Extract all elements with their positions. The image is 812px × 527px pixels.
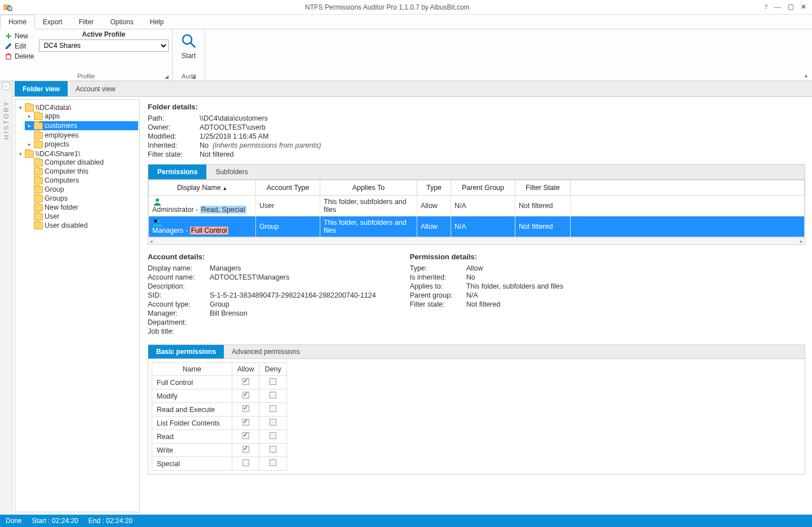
checkbox-deny[interactable]	[270, 405, 276, 412]
collapse-ribbon-icon[interactable]: ▴	[805, 72, 807, 78]
menu-filter[interactable]: Filter	[71, 15, 103, 29]
menubar: Home Export Filter Options Help	[0, 15, 812, 29]
col-parent-group[interactable]: Parent Group	[451, 180, 515, 196]
active-profile-select[interactable]: DC4 Shares	[39, 39, 169, 52]
tree-node[interactable]: ▾\\DC4\data\	[17, 104, 138, 112]
tab-basic-permissions[interactable]: Basic permissions	[148, 345, 224, 358]
start-label: Start	[182, 52, 196, 60]
menu-help[interactable]: Help	[142, 15, 173, 29]
ribbon-group-profile: New Edit Delete Active Profile DC4 Share…	[0, 29, 173, 81]
value-modified: 1/25/2018 1:16:45 AM	[200, 132, 805, 140]
app-icon	[3, 3, 12, 12]
profile-group-caption: Profile◢	[3, 72, 169, 81]
tree-label: Group	[45, 185, 64, 193]
folder-icon	[34, 122, 43, 130]
status-end: End : 02:24:20	[89, 517, 133, 525]
ribbon-group-audit: Start Audit◢	[173, 29, 205, 81]
checkbox-deny[interactable]	[270, 378, 276, 385]
start-button[interactable]: Start	[180, 30, 197, 72]
folder-icon	[34, 222, 43, 229]
titlebar: NTFS Permissions Auditor Pro 1.1.0.7 by …	[0, 0, 812, 15]
tab-account-view[interactable]: Account view	[68, 81, 123, 96]
tree-node[interactable]: Computers	[27, 176, 138, 184]
new-button[interactable]: New	[3, 32, 36, 41]
tab-subfolders[interactable]: Subfolders	[206, 165, 257, 179]
tree-node[interactable]: Computer this	[27, 167, 138, 175]
tree-label: User	[45, 212, 59, 220]
new-label: New	[15, 32, 28, 40]
dialog-launcher-icon[interactable]: ◢	[165, 74, 169, 79]
tree-node[interactable]: New folder	[27, 203, 138, 211]
checkbox-allow[interactable]	[242, 392, 249, 398]
menu-home[interactable]: Home	[0, 15, 35, 29]
tab-permissions[interactable]: Permissions	[148, 165, 206, 179]
label-owner: Owner:	[148, 123, 200, 131]
tree-node[interactable]: ▸apps	[27, 112, 138, 120]
checkbox-allow[interactable]	[242, 459, 249, 466]
table-row: Write	[152, 444, 287, 457]
trash-icon	[5, 52, 12, 60]
folder-tree[interactable]: ▾\\DC4\data\ ▸apps ▸customers employees …	[15, 99, 140, 512]
tree-node[interactable]: Groups	[27, 194, 138, 202]
close-icon[interactable]: ✕	[801, 3, 806, 11]
h-scrollbar[interactable]: ◂▸	[148, 237, 805, 244]
tree-node[interactable]: Group	[27, 185, 138, 193]
checkbox-deny[interactable]	[270, 392, 276, 398]
menu-export[interactable]: Export	[35, 15, 71, 29]
help-icon[interactable]: ?	[765, 3, 767, 11]
scroll-right-icon[interactable]: ▸	[798, 238, 805, 245]
tree-node[interactable]: User	[27, 212, 138, 220]
tree-node[interactable]: ▸projects	[27, 140, 138, 148]
status-start: Start : 02:24:20	[32, 517, 78, 525]
table-row[interactable]: Managers - Full Control GroupThis folder…	[149, 216, 805, 237]
minimize-icon[interactable]: —	[774, 3, 781, 11]
pencil-icon	[5, 42, 12, 50]
checkbox-allow[interactable]	[242, 419, 249, 426]
tree-node[interactable]: Computer disabled	[27, 158, 138, 166]
tree-node[interactable]: employees	[27, 131, 138, 139]
basic-permissions-table: Name Allow Deny Full Control Modify Read…	[152, 362, 287, 471]
delete-button[interactable]: Delete	[3, 52, 36, 61]
checkbox-allow[interactable]	[242, 446, 249, 453]
delete-label: Delete	[15, 52, 34, 60]
col-account-type[interactable]: Account Type	[256, 180, 320, 196]
bp-col-deny: Deny	[259, 363, 287, 376]
checkbox-deny[interactable]	[270, 446, 276, 453]
checkbox-allow[interactable]	[242, 405, 249, 412]
permissions-table[interactable]: Display Name Account Type Applies To Typ…	[148, 180, 805, 237]
tree-node[interactable]: ▾\\DC4\Share1\	[17, 150, 138, 158]
statusbar: Done Start : 02:24:20 End : 02:24:20	[0, 515, 812, 527]
tab-advanced-permissions[interactable]: Advanced permissions	[224, 345, 308, 358]
edit-label: Edit	[15, 42, 27, 50]
table-row: Read and Execute	[152, 403, 287, 417]
menu-options[interactable]: Options	[102, 15, 142, 29]
checkbox-deny[interactable]	[270, 432, 276, 439]
col-applies-to[interactable]: Applies To	[320, 180, 417, 196]
tree-node-selected[interactable]: ▸customers	[25, 121, 138, 130]
checkbox-deny[interactable]	[270, 419, 276, 426]
svg-point-8	[183, 35, 192, 44]
col-display-name[interactable]: Display Name	[149, 180, 256, 196]
tree-node[interactable]: User disabled	[27, 222, 138, 229]
checkbox-allow[interactable]	[242, 432, 249, 439]
folder-icon	[25, 150, 34, 158]
maximize-icon[interactable]: ▢	[788, 3, 794, 11]
edit-button[interactable]: Edit	[3, 42, 36, 51]
tree-label: New folder	[45, 203, 78, 211]
tree-label: \\DC4\data\	[36, 104, 71, 112]
folder-icon	[34, 177, 43, 184]
tab-folder-view[interactable]: Folder view	[15, 81, 68, 96]
checkbox-allow[interactable]	[242, 378, 249, 385]
checkbox-deny[interactable]	[270, 459, 276, 466]
expand-history-icon[interactable]: ›	[2, 82, 10, 90]
perm-tabs: Permissions Subfolders	[148, 164, 805, 180]
dialog-launcher-icon[interactable]: ◢	[192, 74, 196, 79]
table-row: Read	[152, 430, 287, 444]
plus-icon	[5, 32, 12, 40]
group-icon	[152, 219, 252, 227]
col-type[interactable]: Type	[417, 180, 451, 196]
value-owner: ADTOOLTEST\userb	[200, 123, 805, 131]
col-filter-state[interactable]: Filter State	[515, 180, 571, 196]
scroll-left-icon[interactable]: ◂	[148, 238, 155, 245]
table-row[interactable]: Administrator - Read, Special UserThis f…	[149, 196, 805, 216]
